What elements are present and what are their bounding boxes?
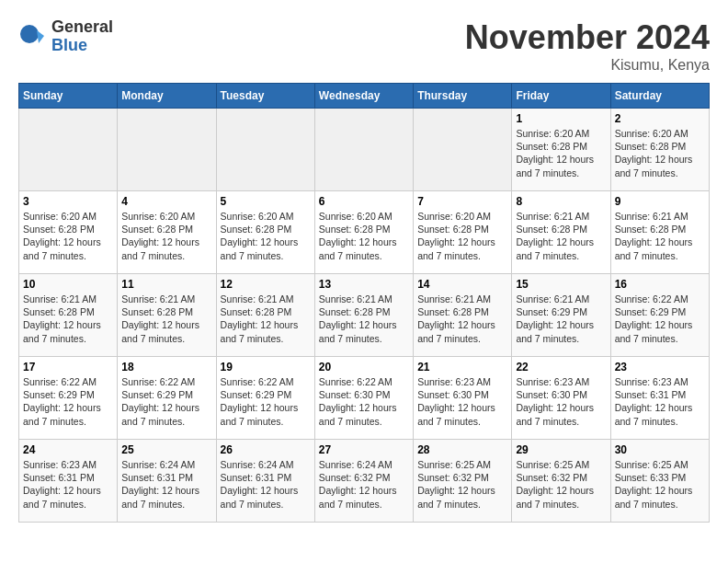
day-header-saturday: Saturday [610,84,709,109]
day-number: 8 [516,195,606,208]
calendar-cell: 24Sunrise: 6:23 AM Sunset: 6:31 PM Dayli… [19,440,118,523]
day-number: 20 [319,361,409,373]
day-info: Sunrise: 6:21 AM Sunset: 6:28 PM Dayligh… [23,293,113,345]
logo-icon [18,23,46,51]
calendar-week-row: 17Sunrise: 6:22 AM Sunset: 6:29 PM Dayli… [19,357,710,440]
day-number: 16 [615,278,705,291]
calendar-week-row: 1Sunrise: 6:20 AM Sunset: 6:28 PM Daylig… [19,109,710,191]
calendar-cell: 4Sunrise: 6:20 AM Sunset: 6:28 PM Daylig… [118,191,216,274]
calendar-week-row: 24Sunrise: 6:23 AM Sunset: 6:31 PM Dayli… [19,440,710,523]
day-number: 30 [615,443,705,456]
calendar-cell: 15Sunrise: 6:21 AM Sunset: 6:29 PM Dayli… [512,274,610,357]
calendar-cell [216,109,314,191]
calendar-cell: 19Sunrise: 6:22 AM Sunset: 6:29 PM Dayli… [216,357,314,440]
day-number: 10 [23,278,113,291]
day-info: Sunrise: 6:21 AM Sunset: 6:28 PM Dayligh… [615,210,705,262]
title-block: November 2024 Kisumu, Kenya [465,18,710,74]
logo-blue: Blue [51,37,113,55]
logo: General Blue [18,18,113,55]
calendar-cell: 18Sunrise: 6:22 AM Sunset: 6:29 PM Dayli… [118,357,216,440]
day-number: 17 [23,361,113,373]
day-info: Sunrise: 6:22 AM Sunset: 6:29 PM Dayligh… [221,375,311,428]
page-header: General Blue November 2024 Kisumu, Kenya [18,18,710,74]
calendar-cell: 6Sunrise: 6:20 AM Sunset: 6:28 PM Daylig… [314,191,413,274]
calendar-week-row: 10Sunrise: 6:21 AM Sunset: 6:28 PM Dayli… [19,274,710,357]
day-number: 27 [319,443,409,456]
day-info: Sunrise: 6:22 AM Sunset: 6:29 PM Dayligh… [615,293,705,345]
day-info: Sunrise: 6:23 AM Sunset: 6:31 PM Dayligh… [23,458,113,511]
day-info: Sunrise: 6:20 AM Sunset: 6:28 PM Dayligh… [221,210,311,262]
calendar-cell: 10Sunrise: 6:21 AM Sunset: 6:28 PM Dayli… [19,274,118,357]
calendar-cell: 14Sunrise: 6:21 AM Sunset: 6:28 PM Dayli… [414,274,512,357]
day-number: 7 [417,195,507,208]
svg-point-0 [20,25,39,43]
calendar-cell [414,109,512,191]
calendar-cell: 23Sunrise: 6:23 AM Sunset: 6:31 PM Dayli… [610,357,709,440]
day-header-friday: Friday [512,84,610,109]
calendar-cell: 22Sunrise: 6:23 AM Sunset: 6:30 PM Dayli… [512,357,610,440]
calendar-cell: 29Sunrise: 6:25 AM Sunset: 6:32 PM Dayli… [512,440,610,523]
day-info: Sunrise: 6:22 AM Sunset: 6:30 PM Dayligh… [319,375,409,428]
day-info: Sunrise: 6:21 AM Sunset: 6:28 PM Dayligh… [221,293,311,345]
calendar-cell: 8Sunrise: 6:21 AM Sunset: 6:28 PM Daylig… [512,191,610,274]
calendar-cell: 26Sunrise: 6:24 AM Sunset: 6:31 PM Dayli… [216,440,314,523]
day-info: Sunrise: 6:23 AM Sunset: 6:30 PM Dayligh… [417,375,507,428]
calendar-cell: 2Sunrise: 6:20 AM Sunset: 6:28 PM Daylig… [610,109,709,191]
day-info: Sunrise: 6:20 AM Sunset: 6:28 PM Dayligh… [615,127,705,179]
day-info: Sunrise: 6:20 AM Sunset: 6:28 PM Dayligh… [319,210,409,262]
calendar-cell [118,109,216,191]
day-info: Sunrise: 6:24 AM Sunset: 6:31 PM Dayligh… [121,458,211,511]
day-header-sunday: Sunday [19,84,118,109]
day-info: Sunrise: 6:25 AM Sunset: 6:33 PM Dayligh… [615,458,705,511]
day-info: Sunrise: 6:24 AM Sunset: 6:31 PM Dayligh… [221,458,311,511]
calendar-cell: 27Sunrise: 6:24 AM Sunset: 6:32 PM Dayli… [314,440,413,523]
day-info: Sunrise: 6:20 AM Sunset: 6:28 PM Dayligh… [23,210,113,262]
day-header-tuesday: Tuesday [216,84,314,109]
day-info: Sunrise: 6:23 AM Sunset: 6:31 PM Dayligh… [615,375,705,428]
location: Kisumu, Kenya [465,57,710,74]
calendar-cell: 13Sunrise: 6:21 AM Sunset: 6:28 PM Dayli… [314,274,413,357]
day-number: 29 [516,443,606,456]
day-number: 11 [121,278,211,291]
calendar-table: SundayMondayTuesdayWednesdayThursdayFrid… [18,83,710,523]
day-number: 3 [23,195,113,208]
day-info: Sunrise: 6:21 AM Sunset: 6:29 PM Dayligh… [516,293,606,345]
day-number: 2 [615,112,705,125]
calendar-cell [314,109,413,191]
calendar-cell: 16Sunrise: 6:22 AM Sunset: 6:29 PM Dayli… [610,274,709,357]
month-title: November 2024 [465,18,710,57]
calendar-cell: 9Sunrise: 6:21 AM Sunset: 6:28 PM Daylig… [610,191,709,274]
day-number: 15 [516,278,606,291]
day-number: 26 [221,443,311,456]
day-header-monday: Monday [118,84,216,109]
day-number: 25 [121,443,211,456]
calendar-cell: 28Sunrise: 6:25 AM Sunset: 6:32 PM Dayli… [414,440,512,523]
day-info: Sunrise: 6:21 AM Sunset: 6:28 PM Dayligh… [417,293,507,345]
calendar-cell: 7Sunrise: 6:20 AM Sunset: 6:28 PM Daylig… [414,191,512,274]
day-number: 1 [516,112,606,125]
day-info: Sunrise: 6:22 AM Sunset: 6:29 PM Dayligh… [23,375,113,428]
day-number: 14 [417,278,507,291]
calendar-cell [19,109,118,191]
day-number: 12 [221,278,311,291]
day-info: Sunrise: 6:25 AM Sunset: 6:32 PM Dayligh… [516,458,606,511]
calendar-cell: 3Sunrise: 6:20 AM Sunset: 6:28 PM Daylig… [19,191,118,274]
calendar-cell: 12Sunrise: 6:21 AM Sunset: 6:28 PM Dayli… [216,274,314,357]
day-info: Sunrise: 6:20 AM Sunset: 6:28 PM Dayligh… [516,127,606,179]
calendar-cell: 1Sunrise: 6:20 AM Sunset: 6:28 PM Daylig… [512,109,610,191]
day-number: 28 [417,443,507,456]
day-number: 24 [23,443,113,456]
calendar-week-row: 3Sunrise: 6:20 AM Sunset: 6:28 PM Daylig… [19,191,710,274]
day-info: Sunrise: 6:22 AM Sunset: 6:29 PM Dayligh… [121,375,211,428]
day-info: Sunrise: 6:21 AM Sunset: 6:28 PM Dayligh… [121,293,211,345]
calendar-cell: 11Sunrise: 6:21 AM Sunset: 6:28 PM Dayli… [118,274,216,357]
calendar-cell: 30Sunrise: 6:25 AM Sunset: 6:33 PM Dayli… [610,440,709,523]
calendar-cell: 21Sunrise: 6:23 AM Sunset: 6:30 PM Dayli… [414,357,512,440]
day-number: 4 [121,195,211,208]
day-header-wednesday: Wednesday [314,84,413,109]
day-info: Sunrise: 6:20 AM Sunset: 6:28 PM Dayligh… [121,210,211,262]
day-info: Sunrise: 6:20 AM Sunset: 6:28 PM Dayligh… [417,210,507,262]
day-number: 18 [121,361,211,373]
day-info: Sunrise: 6:24 AM Sunset: 6:32 PM Dayligh… [319,458,409,511]
day-number: 19 [221,361,311,373]
